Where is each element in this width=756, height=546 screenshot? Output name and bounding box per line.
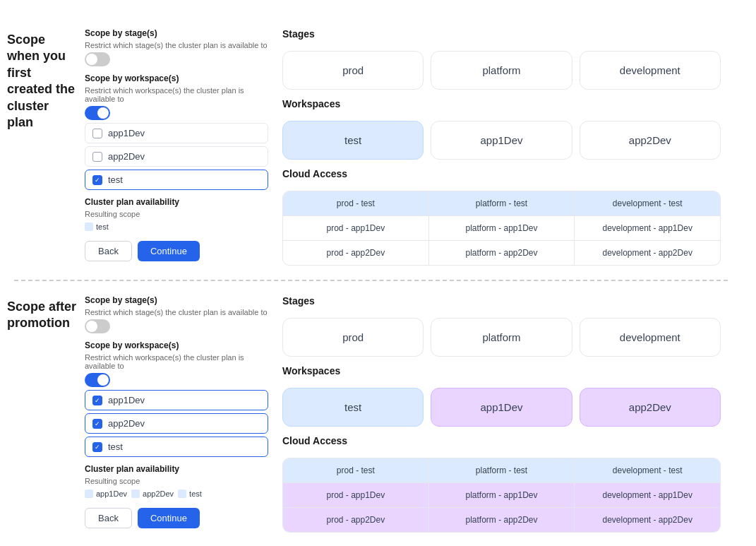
- stage-card-2: development: [580, 318, 721, 357]
- workspace-checkbox-2[interactable]: test: [85, 170, 268, 190]
- availability-section: Cluster plan availabilityResulting scope…: [85, 197, 268, 231]
- scope-stage-desc: Restrict which stage(s) the cluster plan…: [85, 41, 268, 49]
- scope-by-stage: Scope by stage(s)Restrict which stage(s)…: [85, 295, 268, 333]
- form-area: Scope by stage(s)Restrict which stage(s)…: [85, 28, 268, 261]
- cloud-cell-2-1: platform - app2Dev: [429, 241, 575, 265]
- workspace-label: app1Dev: [108, 395, 145, 405]
- cloud-cell-1-1: platform - app1Dev: [429, 216, 575, 241]
- cloud-row-2: prod - app2Devplatform - app2Devdevelopm…: [283, 508, 720, 532]
- workspace-card-0: test: [282, 388, 424, 427]
- workspace-checkbox-1[interactable]: app2Dev: [85, 146, 268, 167]
- workspaces-label: Workspaces: [282, 98, 721, 109]
- section-1: Scope after promotionScope by stage(s)Re…: [0, 281, 742, 546]
- workspace-checkbox-0[interactable]: app1Dev: [85, 123, 268, 143]
- availability-desc: Resulting scope: [85, 477, 268, 485]
- cloud-row-1: prod - app1Devplatform - app1Devdevelopm…: [283, 483, 720, 508]
- scope-tag-0: app1Dev: [85, 489, 127, 498]
- section-0: Scope when you first created the cluster…: [0, 14, 742, 280]
- button-row: BackContinue: [85, 508, 268, 528]
- stage-card-1: platform: [431, 51, 572, 90]
- checkbox-box: [92, 152, 102, 162]
- stage-card-0: prod: [282, 318, 424, 357]
- tag-icon: [178, 489, 186, 498]
- workspace-label: app2Dev: [108, 151, 145, 162]
- workspace-checkbox-1[interactable]: app2Dev: [85, 413, 268, 434]
- scope-stage-toggle[interactable]: [85, 319, 110, 333]
- cloud-cell-2-0: prod - app2Dev: [283, 241, 429, 265]
- cloud-cell-0-2: development - test: [575, 458, 720, 483]
- availability-desc: Resulting scope: [85, 210, 268, 218]
- section-label: Scope after promotion: [7, 295, 85, 332]
- cloud-cell-1-2: development - app1Dev: [575, 483, 720, 508]
- back-button[interactable]: Back: [85, 508, 132, 528]
- cloud-row-0: prod - testplatform - testdevelopment - …: [283, 458, 720, 483]
- checkbox-box: [92, 442, 102, 452]
- workspace-card-1: app1Dev: [431, 121, 572, 160]
- availability-title: Cluster plan availability: [85, 197, 268, 207]
- cloud-access-grid: prod - testplatform - testdevelopment - …: [282, 191, 721, 266]
- cloud-row-2: prod - app2Devplatform - app2Devdevelopm…: [283, 241, 720, 265]
- checkbox-box: [92, 396, 102, 405]
- cloud-access-grid: prod - testplatform - testdevelopment - …: [282, 458, 721, 533]
- cloud-cell-0-0: prod - test: [283, 458, 429, 483]
- workspaces-row: testapp1Devapp2Dev: [282, 388, 721, 427]
- scope-workspace-desc: Restrict which workspace(s) the cluster …: [85, 86, 268, 103]
- tag-icon: [131, 489, 140, 498]
- scope-by-workspace: Scope by workspace(s)Restrict which work…: [85, 340, 268, 457]
- button-row: BackContinue: [85, 241, 268, 261]
- cloud-row-1: prod - app1Devplatform - app1Devdevelopm…: [283, 216, 720, 241]
- scope-by-stage: Scope by stage(s)Restrict which stage(s)…: [85, 28, 268, 66]
- tag-label: app2Dev: [143, 489, 174, 498]
- stage-card-2: development: [580, 51, 721, 90]
- cloud-cell-1-1: platform - app1Dev: [429, 483, 575, 508]
- stages-row: prodplatformdevelopment: [282, 51, 721, 90]
- checkbox-box: [92, 175, 102, 185]
- cloud-cell-1-0: prod - app1Dev: [283, 216, 429, 241]
- scope-workspace-title: Scope by workspace(s): [85, 340, 268, 350]
- cloud-access-label: Cloud Access: [282, 435, 721, 446]
- scope-workspace-toggle[interactable]: [85, 373, 110, 387]
- cloud-cell-0-0: prod - test: [283, 191, 429, 216]
- scope-workspace-toggle[interactable]: [85, 106, 110, 120]
- left-panel: Scope when you first created the cluster…: [0, 28, 268, 266]
- scope-by-workspace: Scope by workspace(s)Restrict which work…: [85, 73, 268, 190]
- checkbox-box: [92, 129, 102, 138]
- right-panel: StagesprodplatformdevelopmentWorkspacest…: [268, 295, 742, 533]
- workspace-card-2: app2Dev: [580, 388, 721, 427]
- main-container: Scope when you first created the cluster…: [0, 0, 756, 546]
- stages-label: Stages: [282, 295, 721, 307]
- continue-button[interactable]: Continue: [138, 241, 200, 261]
- cloud-row-0: prod - testplatform - testdevelopment - …: [283, 191, 720, 216]
- tag-label: test: [189, 489, 202, 498]
- cloud-cell-0-1: platform - test: [429, 458, 575, 483]
- tag-icon: [85, 489, 93, 498]
- cloud-cell-2-0: prod - app2Dev: [283, 508, 429, 532]
- left-panel: Scope after promotionScope by stage(s)Re…: [0, 295, 268, 533]
- scope-tag-0: test: [85, 222, 109, 231]
- workspace-label: test: [108, 174, 123, 185]
- tag-icon: [85, 222, 93, 231]
- cloud-cell-0-1: platform - test: [429, 191, 575, 216]
- workspace-checkbox-0[interactable]: app1Dev: [85, 390, 268, 410]
- stage-card-1: platform: [431, 318, 572, 357]
- cloud-cell-1-0: prod - app1Dev: [283, 483, 429, 508]
- scope-workspace-title: Scope by workspace(s): [85, 73, 268, 83]
- workspace-card-1: app1Dev: [431, 388, 572, 427]
- workspaces-row: testapp1Devapp2Dev: [282, 121, 721, 160]
- workspace-card-2: app2Dev: [580, 121, 721, 160]
- scope-stage-title: Scope by stage(s): [85, 295, 268, 305]
- right-panel: StagesprodplatformdevelopmentWorkspacest…: [268, 28, 742, 266]
- back-button[interactable]: Back: [85, 241, 132, 261]
- workspace-label: app2Dev: [108, 418, 145, 429]
- scope-stage-toggle[interactable]: [85, 52, 110, 66]
- cloud-access-label: Cloud Access: [282, 168, 721, 179]
- cloud-cell-2-1: platform - app2Dev: [429, 508, 575, 532]
- workspace-checkbox-2[interactable]: test: [85, 437, 268, 457]
- availability-title: Cluster plan availability: [85, 464, 268, 474]
- continue-button[interactable]: Continue: [138, 508, 200, 528]
- scope-stage-desc: Restrict which stage(s) the cluster plan…: [85, 308, 268, 316]
- stages-label: Stages: [282, 28, 721, 40]
- workspace-label: app1Dev: [108, 128, 145, 138]
- workspace-label: test: [108, 441, 123, 452]
- scope-tag-1: app2Dev: [131, 489, 174, 498]
